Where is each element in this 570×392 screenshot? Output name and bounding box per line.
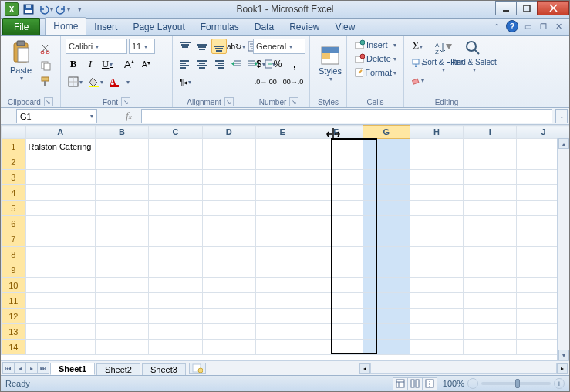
cell[interactable] — [363, 309, 410, 324]
row-header-4[interactable]: 4 — [2, 185, 26, 201]
cell[interactable] — [309, 231, 363, 247]
tab-file[interactable]: File — [2, 18, 40, 35]
spreadsheet-grid[interactable]: A B C D E F G H I J 1Ralston Catering234… — [1, 125, 569, 355]
cell[interactable] — [25, 293, 95, 309]
cell[interactable] — [363, 185, 410, 201]
cell[interactable] — [256, 201, 309, 216]
cell[interactable] — [464, 262, 517, 278]
cell[interactable] — [95, 139, 148, 154]
cell[interactable] — [256, 309, 309, 324]
cell[interactable] — [410, 170, 463, 185]
cancel-formula-icon[interactable] — [105, 110, 120, 123]
font-name-combo[interactable]: Calibri▾ — [66, 39, 127, 54]
col-header-H[interactable]: H — [410, 126, 463, 139]
cell[interactable] — [410, 139, 463, 154]
cell[interactable] — [464, 216, 517, 231]
mdi-minimize-icon[interactable]: ▭ — [521, 20, 534, 32]
cell[interactable] — [309, 309, 363, 324]
zoom-in-icon[interactable]: + — [554, 378, 565, 389]
maximize-button[interactable] — [516, 1, 538, 15]
italic-button[interactable]: I — [83, 56, 98, 72]
cell[interactable] — [202, 170, 255, 185]
cell[interactable] — [95, 293, 148, 309]
align-left-icon[interactable] — [177, 56, 193, 72]
cell[interactable] — [309, 185, 363, 201]
col-header-C[interactable]: C — [149, 126, 202, 139]
minimize-ribbon-icon[interactable]: ⌃ — [491, 20, 503, 32]
cell[interactable] — [464, 154, 517, 170]
row-header-12[interactable]: 12 — [2, 309, 26, 324]
cell[interactable] — [25, 185, 95, 201]
cell[interactable] — [149, 216, 202, 231]
normal-view-icon[interactable] — [393, 377, 408, 390]
cell[interactable] — [410, 262, 463, 278]
redo-icon[interactable]: ▾ — [55, 2, 70, 16]
shrink-font-icon[interactable]: A▾ — [138, 56, 153, 72]
orientation-icon[interactable]: ab↻▾ — [228, 39, 244, 54]
clear-icon[interactable]: ▾ — [409, 73, 427, 88]
mdi-restore-icon[interactable]: ❐ — [537, 20, 549, 32]
cell[interactable] — [149, 340, 202, 355]
cell[interactable] — [256, 154, 309, 170]
sheet-nav-prev-icon[interactable]: ◂ — [14, 362, 26, 374]
cell[interactable] — [256, 185, 309, 201]
cell[interactable] — [25, 231, 95, 247]
close-button[interactable] — [537, 1, 569, 15]
autosum-icon[interactable]: Σ▾ — [409, 39, 427, 54]
cell[interactable] — [95, 216, 148, 231]
cell[interactable] — [149, 262, 202, 278]
cell[interactable] — [25, 340, 95, 355]
cell[interactable] — [363, 216, 410, 231]
align-top-icon[interactable] — [177, 39, 193, 54]
cell[interactable] — [363, 201, 410, 216]
cell[interactable] — [202, 216, 255, 231]
cell[interactable] — [202, 293, 255, 309]
comma-format-icon[interactable]: , — [287, 56, 302, 72]
cell[interactable] — [363, 340, 410, 355]
mdi-close-icon[interactable]: ✕ — [552, 20, 565, 32]
decrease-indent-icon[interactable] — [228, 56, 244, 72]
cell[interactable] — [256, 216, 309, 231]
cell[interactable] — [149, 278, 202, 293]
qat-customize-icon[interactable]: ▾ — [72, 2, 87, 16]
page-break-view-icon[interactable] — [422, 377, 437, 390]
cell[interactable] — [410, 201, 463, 216]
cell[interactable] — [363, 154, 410, 170]
row-header-11[interactable]: 11 — [2, 293, 26, 309]
vertical-scrollbar[interactable]: ▴ ▾ — [557, 138, 569, 360]
select-all-corner[interactable] — [2, 126, 26, 139]
sheet-tab-1[interactable]: Sheet1 — [50, 363, 95, 375]
col-header-G[interactable]: G — [363, 126, 410, 139]
col-header-I[interactable]: I — [464, 126, 517, 139]
col-header-F[interactable]: F — [309, 126, 363, 139]
cell[interactable] — [202, 231, 255, 247]
sheet-nav-first-icon[interactable]: ⏮ — [2, 362, 15, 374]
align-bottom-icon[interactable] — [211, 39, 227, 54]
cell[interactable] — [202, 201, 255, 216]
cell[interactable] — [256, 293, 309, 309]
cell[interactable] — [202, 340, 255, 355]
cell[interactable] — [410, 324, 463, 340]
cell[interactable] — [410, 293, 463, 309]
cell[interactable] — [25, 324, 95, 340]
cell[interactable] — [202, 185, 255, 201]
cell[interactable] — [410, 185, 463, 201]
cell[interactable] — [149, 231, 202, 247]
cell[interactable] — [149, 139, 202, 154]
number-format-combo[interactable]: General▾ — [253, 39, 305, 54]
alignment-dialog-launcher[interactable] — [224, 97, 234, 106]
cell[interactable] — [149, 154, 202, 170]
cell[interactable] — [410, 309, 463, 324]
cell[interactable] — [256, 278, 309, 293]
align-center-icon[interactable] — [194, 56, 210, 72]
cell[interactable] — [464, 201, 517, 216]
borders-button[interactable]: ▾ — [66, 74, 85, 90]
cells-delete-button[interactable]: Delete▾ — [352, 52, 399, 65]
cell[interactable] — [363, 278, 410, 293]
fill-color-button[interactable]: ▾ — [86, 74, 106, 90]
cell[interactable] — [95, 278, 148, 293]
accounting-format-icon[interactable]: $▾ — [253, 56, 268, 72]
tab-home[interactable]: Home — [45, 17, 86, 35]
cell[interactable] — [464, 293, 517, 309]
row-header-13[interactable]: 13 — [2, 324, 26, 340]
